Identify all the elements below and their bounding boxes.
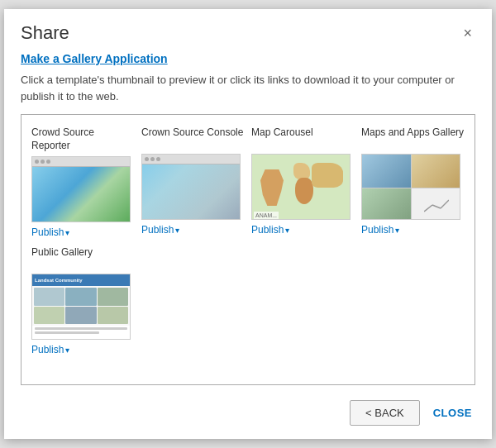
publish-arrow-maps: ▾ — [395, 226, 399, 235]
pg-cell-2 — [65, 288, 96, 306]
gallery-item-crown-source: Crown Source Console Publish ▾ — [141, 126, 245, 238]
public-gallery-header-text: Landsat Community — [35, 278, 83, 283]
publish-link-public[interactable]: Publish ▾ — [31, 344, 69, 355]
item-title-maps: Maps and Apps Gallery — [361, 126, 464, 150]
svg-line-1 — [432, 205, 441, 208]
gallery-item-public-gallery: Public Gallery Landsat Community — [31, 246, 131, 355]
publish-arrow-crowd: ▾ — [65, 228, 69, 237]
section-description: Click a template's thumbnail to preview … — [21, 72, 475, 104]
thumbnail-maps[interactable] — [361, 154, 460, 220]
back-button[interactable]: < BACK — [350, 400, 420, 426]
pg-cell-6 — [98, 307, 128, 325]
section-title[interactable]: Make a Gallery Application — [21, 52, 475, 65]
pg-cell-1 — [34, 288, 64, 306]
publish-arrow-public: ▾ — [65, 346, 69, 355]
gallery-container: Crowd Source Reporter Publish ▾ Crown So… — [21, 114, 475, 385]
item-title-carousel: Map Carousel — [251, 126, 313, 150]
pg-cell-5 — [65, 307, 96, 325]
text-line-2 — [35, 331, 99, 334]
publish-link-crowd[interactable]: Publish ▾ — [31, 226, 69, 238]
gallery-item-map-carousel: Map Carousel ANAM... Publish ▾ — [251, 126, 355, 238]
pg-cell-3 — [98, 288, 128, 306]
gallery-item-maps-apps: Maps and Apps Gallery — [361, 126, 465, 238]
publish-arrow-carousel: ▾ — [285, 226, 289, 235]
thumbnail-crown[interactable] — [141, 154, 241, 220]
dialog-close-x-button[interactable]: × — [460, 24, 475, 42]
publish-arrow-crown: ▾ — [175, 226, 179, 235]
item-title-crown: Crown Source Console — [141, 126, 243, 150]
share-dialog: Share × Make a Gallery Application Click… — [4, 9, 492, 439]
dialog-title: Share — [21, 22, 69, 44]
thumbnail-crowd[interactable] — [31, 156, 131, 222]
close-button[interactable]: CLOSE — [430, 401, 475, 425]
publish-link-crown[interactable]: Publish ▾ — [141, 224, 179, 236]
publish-link-maps[interactable]: Publish ▾ — [361, 224, 399, 236]
pg-cell-4 — [34, 307, 64, 325]
item-title-crowd: Crowd Source Reporter — [31, 126, 135, 152]
text-line-1 — [35, 327, 127, 330]
thumbnail-carousel[interactable]: ANAM... — [251, 154, 351, 220]
gallery-item-crowd-source: Crowd Source Reporter Publish ▾ — [31, 126, 135, 238]
svg-line-0 — [424, 205, 432, 212]
publish-link-carousel[interactable]: Publish ▾ — [251, 224, 289, 236]
thumbnail-public[interactable]: Landsat Community — [31, 274, 131, 340]
dialog-footer: < BACK CLOSE — [21, 395, 475, 426]
svg-line-2 — [441, 200, 449, 208]
item-title-public: Public Gallery — [31, 246, 93, 269]
dialog-header: Share × — [21, 22, 475, 44]
gallery-grid-row1: Crowd Source Reporter Publish ▾ Crown So… — [31, 126, 465, 238]
gallery-grid-row2: Public Gallery Landsat Community — [31, 246, 465, 355]
